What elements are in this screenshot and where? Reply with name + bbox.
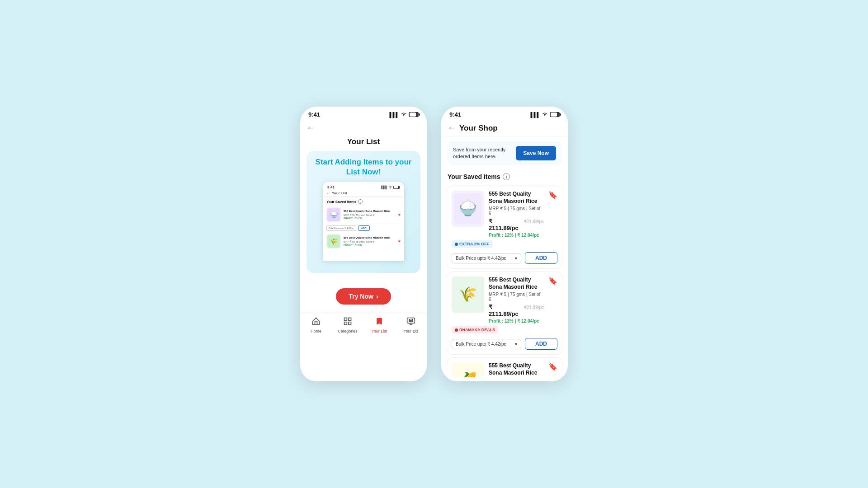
right-phone: 9:41 ▌▌▌ ← Your Shop Save from your rece… (441, 107, 568, 381)
product-1-mrp: MRP ₹ 5 | 75 gms | Set of 6 (489, 206, 544, 216)
nav-label-home: Home (311, 329, 321, 333)
saved-items-header: Your Saved Items i (441, 169, 568, 183)
product-1-img: 🍚 (452, 191, 484, 227)
svg-text:🌾: 🌾 (330, 238, 338, 245)
product-1-badge-label: EXTRA 2% OFF (459, 242, 489, 246)
inner-section-title: Your Saved Items i (323, 198, 404, 206)
product-1-bookmark-icon[interactable]: 🔖 (548, 191, 557, 199)
inner-item-1-add-row: Bulk Price upto ₹ 4.42/pc ADD (323, 224, 404, 232)
product-1-price: ₹ 2111.89/pc ₹21.89/pc (489, 218, 544, 231)
product-card-2: 🌾 555 Best Quality Sona Masoori Rice MRP… (447, 272, 562, 355)
inner-item-2-mrp: MRP ₹ 5 | 75 gms | Set of 6 (344, 240, 396, 243)
product-1-bulk-label: Bulk Price upto ₹ 4.42/pc (456, 256, 506, 261)
try-now-arrow-icon: › (376, 293, 378, 300)
inner-product-img-1: 🍚 (326, 207, 341, 222)
nav-item-categories[interactable]: Categories (332, 313, 363, 336)
inner-item-1: 🍚 555 Best Quality Sona Masoori Rice MRP… (323, 206, 404, 224)
categories-icon (343, 317, 352, 328)
product-1-name: 555 Best Quality Sona Masoori Rice (489, 191, 544, 205)
left-phone: 9:41 ▌▌▌ ← Your List Start Adding Items … (300, 107, 427, 381)
product-2-chevron-icon: ▾ (515, 342, 517, 347)
try-now-label: Try Now (349, 293, 373, 300)
save-banner-text: Save from your recently ordered Items he… (453, 146, 511, 160)
right-signal-icon: ▌▌▌ (531, 112, 540, 117)
product-2-badge-dot (455, 328, 458, 332)
nav-label-yourbiz: Your Biz (403, 329, 418, 333)
product-2-mrp: MRP ₹ 5 | 75 gms | Set of 6 (489, 292, 544, 302)
items-scroll: 🍚 555 Best Quality Sona Masoori Rice MRP… (441, 183, 568, 377)
left-signal-icon: ▌▌▌ (390, 112, 399, 117)
inner-item-2-name: 555 Best Quality Sona Masoori Rice (344, 236, 396, 240)
left-time: 9:41 (308, 111, 320, 118)
svg-rect-9 (409, 319, 410, 322)
svg-text:🌽: 🌽 (459, 371, 477, 377)
left-status-icons: ▌▌▌ (390, 112, 419, 117)
svg-rect-4 (344, 318, 347, 321)
try-now-button[interactable]: Try Now › (336, 288, 391, 305)
inner-item-1-heart[interactable]: ♥ (398, 212, 401, 217)
inner-time: 9:41 (327, 185, 335, 189)
product-2-bulk-select[interactable]: Bulk Price upto ₹ 4.42/pc ▾ (452, 339, 521, 349)
nav-item-yourlist[interactable]: Your List (363, 313, 395, 336)
home-icon (311, 317, 321, 328)
inner-item-2-info: 555 Best Quality Sona Masoori Rice MRP ₹… (344, 236, 396, 246)
product-1-bulk-select[interactable]: Bulk Price upto ₹ 4.42/pc ▾ (452, 253, 521, 263)
product-1-badge: EXTRA 2% OFF (452, 240, 492, 248)
product-2-badge-label: DHAMAKA DEALS (459, 328, 495, 332)
yourbiz-icon (406, 317, 415, 328)
product-2-badge: DHAMAKA DEALS (452, 326, 498, 333)
inner-item-1-add-btn[interactable]: ADD (358, 225, 370, 231)
left-nav-bar: ← (300, 121, 427, 135)
svg-rect-5 (349, 318, 351, 321)
inner-item-1-mrp: MRP ₹ 5 | 75 gms | Set of 6 (344, 214, 396, 216)
product-2-img: 🌾 (452, 277, 484, 313)
left-back-arrow[interactable]: ← (307, 123, 315, 133)
product-2-add-button[interactable]: ADD (525, 338, 557, 350)
inner-info-icon: i (358, 199, 363, 204)
product-3-bookmark-icon[interactable]: 🔖 (548, 362, 557, 371)
yourlist-icon (375, 317, 384, 328)
svg-text:🍚: 🍚 (330, 211, 338, 219)
left-wifi-icon (401, 112, 407, 117)
product-2-price-main: ₹ 2111.89/pc (489, 304, 521, 317)
right-wifi-icon (542, 112, 548, 118)
svg-rect-7 (349, 322, 351, 325)
left-status-bar: 9:41 ▌▌▌ (300, 107, 427, 121)
product-2-price: ₹ 2111.89/pc ₹21.89/pc (489, 304, 544, 317)
left-battery-icon (409, 112, 419, 117)
product-2-bookmark-icon[interactable]: 🔖 (548, 277, 557, 285)
save-now-button[interactable]: Save Now (516, 146, 556, 160)
right-status-icons: ▌▌▌ (531, 112, 560, 118)
product-1-chevron-icon: ▾ (515, 256, 517, 261)
product-card-1: 🍚 555 Best Quality Sona Masoori Rice MRP… (447, 186, 562, 269)
inner-item-1-bulk: Bulk Price upto ₹ 4.42/pc (326, 225, 356, 231)
svg-rect-6 (344, 322, 347, 325)
phones-container: 9:41 ▌▌▌ ← Your List Start Adding Items … (300, 107, 568, 381)
nav-item-yourbiz[interactable]: Your Biz (395, 313, 427, 336)
right-nav-bar: ← Your Shop (441, 121, 568, 137)
saved-items-info-icon[interactable]: i (503, 173, 510, 180)
nav-label-categories: Categories (338, 329, 358, 333)
product-1-add-button[interactable]: ADD (525, 252, 557, 264)
bottom-nav: Home Categories Your List Your Biz (300, 313, 427, 336)
product-1-profit: Profit : 12% | ₹ 12.04/pc (489, 233, 544, 238)
product-2-bulk-label: Bulk Price upto ₹ 4.42/pc (456, 342, 506, 347)
product-2-add-row: Bulk Price upto ₹ 4.42/pc ▾ ADD (452, 338, 557, 350)
right-screen-title: Your Shop (459, 124, 498, 133)
nav-item-home[interactable]: Home (300, 313, 332, 336)
inner-item-2-profit: PROFIT : ₹ 0.50 (344, 244, 396, 246)
right-battery-icon (550, 112, 560, 117)
try-now-section: Try Now › (300, 273, 427, 305)
inner-item-2: 🌾 555 Best Quality Sona Masoori Rice MRP… (323, 232, 404, 250)
svg-rect-11 (412, 319, 413, 322)
save-banner: Save from your recently ordered Items he… (448, 141, 561, 165)
inner-battery (393, 186, 400, 189)
nav-label-yourlist: Your List (372, 329, 387, 333)
product-3-top: 🌽 555 Best Quality Sona Masoori Rice MRP… (452, 362, 557, 377)
product-card-3: 🌽 555 Best Quality Sona Masoori Rice MRP… (447, 357, 562, 377)
inner-phone-mockup: 9:41 ▌▌▌ ← Your List Your Saved Items (323, 182, 404, 261)
inner-status-bar: 9:41 ▌▌▌ (323, 184, 404, 190)
right-back-arrow[interactable]: ← (448, 123, 456, 133)
inner-item-2-heart[interactable]: ♥ (398, 239, 401, 244)
product-2-info: 555 Best Quality Sona Masoori Rice MRP ₹… (489, 277, 544, 324)
